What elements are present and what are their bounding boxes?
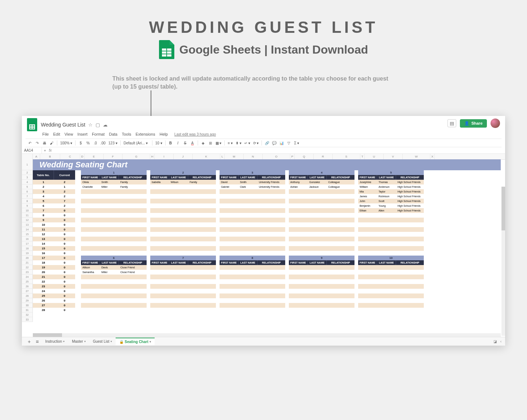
table-row[interactable]: [220, 289, 285, 293]
comments-icon[interactable]: ▤: [447, 119, 456, 127]
table-row[interactable]: [289, 275, 354, 279]
table-row[interactable]: [150, 241, 216, 246]
table-row[interactable]: [150, 298, 216, 303]
row-header[interactable]: 22: [22, 265, 33, 270]
table-row[interactable]: [358, 298, 424, 303]
col-header[interactable]: P: [290, 154, 295, 159]
table-row[interactable]: [81, 303, 147, 308]
col-header[interactable]: H: [150, 154, 155, 159]
table-row[interactable]: [81, 298, 147, 303]
table-row[interactable]: [220, 298, 285, 303]
col-header[interactable]: B: [40, 154, 60, 159]
share-button[interactable]: 👤Share: [460, 119, 487, 128]
table-row[interactable]: [150, 199, 216, 203]
tab-dropdown-icon[interactable]: ▾: [84, 340, 86, 343]
table-row[interactable]: [150, 232, 216, 237]
summary-row[interactable]: 42: [33, 194, 75, 199]
table-row[interactable]: [81, 293, 147, 298]
row-header[interactable]: 4: [22, 180, 33, 184]
table-row[interactable]: [358, 241, 424, 246]
borders-icon[interactable]: ⊞: [208, 141, 213, 145]
table-row[interactable]: [220, 213, 285, 218]
table-row[interactable]: [220, 218, 285, 222]
table-row[interactable]: [150, 279, 216, 284]
move-icon[interactable]: ▢: [96, 122, 100, 128]
summary-row[interactable]: 190: [33, 265, 75, 270]
add-sheet-icon[interactable]: +: [26, 339, 33, 345]
col-header[interactable]: F: [104, 154, 123, 159]
fill-icon[interactable]: ◈: [201, 141, 205, 145]
wrap-icon[interactable]: ↵ ▾: [244, 141, 250, 145]
summary-row[interactable]: 70: [33, 208, 75, 213]
row-header[interactable]: 13: [22, 222, 33, 227]
more-format-icon[interactable]: 123 ▾: [108, 141, 117, 145]
table-row[interactable]: [358, 270, 424, 275]
currency-icon[interactable]: $: [78, 141, 83, 145]
summary-row[interactable]: 21: [33, 184, 75, 189]
row-header[interactable]: 10: [22, 208, 33, 213]
chart-icon[interactable]: 📊: [279, 141, 284, 145]
table-row[interactable]: [289, 265, 354, 270]
menu-edit[interactable]: Edit: [53, 132, 60, 136]
table-row[interactable]: IsabellaWilsonFamily: [150, 180, 216, 184]
row-header[interactable]: 5: [22, 184, 33, 189]
menu-data[interactable]: Data: [109, 132, 117, 136]
summary-row[interactable]: 280: [33, 308, 75, 312]
summary-row[interactable]: 230: [33, 284, 75, 289]
summary-row[interactable]: 80: [33, 213, 75, 218]
summary-row[interactable]: 90: [33, 218, 75, 222]
table-row[interactable]: [289, 298, 354, 303]
col-header[interactable]: A: [33, 154, 40, 159]
doc-title[interactable]: Wedding Guest List: [41, 122, 85, 128]
summary-row[interactable]: 260: [33, 298, 75, 303]
table-row[interactable]: [220, 270, 285, 275]
table-row[interactable]: [289, 203, 354, 208]
menu-extensions[interactable]: Extensions: [136, 132, 155, 136]
summary-row[interactable]: 32: [33, 189, 75, 194]
table-row[interactable]: [289, 208, 354, 213]
summary-row[interactable]: 220: [33, 279, 75, 284]
row-header[interactable]: 12: [22, 218, 33, 222]
halign-icon[interactable]: ≡ ▾: [228, 141, 233, 145]
table-row[interactable]: [289, 303, 354, 308]
summary-row[interactable]: 180: [33, 260, 75, 265]
table-row[interactable]: [220, 189, 285, 194]
row-header[interactable]: 15: [22, 232, 33, 237]
table-row[interactable]: [220, 279, 285, 284]
table-row[interactable]: MiaTaylorHigh School Friends: [358, 189, 424, 194]
table-row[interactable]: [358, 232, 424, 237]
summary-row[interactable]: 160: [33, 251, 75, 256]
row-header[interactable]: 8: [22, 199, 33, 203]
last-edit[interactable]: Last edit was 3 hours ago: [174, 132, 216, 136]
paint-format-icon[interactable]: 🖌: [50, 141, 54, 145]
table-row[interactable]: DavidSmithUniversity Friends: [220, 180, 285, 184]
row-header[interactable]: 14: [22, 227, 33, 232]
row-header[interactable]: 33: [22, 317, 33, 322]
tab-dropdown-icon[interactable]: ▾: [111, 340, 112, 343]
table-row[interactable]: [81, 289, 147, 293]
summary-row[interactable]: 210: [33, 275, 75, 279]
table-row[interactable]: [358, 275, 424, 279]
spreadsheet-grid[interactable]: ABCDEFGHIJKLMNOPQRSTUVWX 123456789101112…: [22, 154, 505, 345]
table-row[interactable]: AdrianJacksonColleague: [289, 184, 354, 189]
table-row[interactable]: [150, 293, 216, 298]
row-header[interactable]: 11: [22, 213, 33, 218]
row-header[interactable]: 29: [22, 298, 33, 303]
menu-tools[interactable]: Tools: [122, 132, 131, 136]
explore-icon[interactable]: ◪: [493, 339, 497, 343]
table-row[interactable]: [289, 237, 354, 241]
table-row[interactable]: [150, 213, 216, 218]
valign-icon[interactable]: ⬍ ▾: [236, 141, 241, 145]
rotate-icon[interactable]: ⟳ ▾: [253, 141, 259, 145]
table-row[interactable]: [81, 227, 147, 232]
table-row[interactable]: [81, 199, 147, 203]
table-row[interactable]: [289, 222, 354, 227]
col-header[interactable]: K: [193, 154, 220, 159]
table-row[interactable]: [220, 303, 285, 308]
table-row[interactable]: [289, 279, 354, 284]
summary-row[interactable]: 270: [33, 303, 75, 308]
table-row[interactable]: [289, 194, 354, 199]
table-row[interactable]: [150, 227, 216, 232]
textcolor-icon[interactable]: A: [190, 141, 195, 145]
row-header[interactable]: 1: [22, 159, 33, 170]
